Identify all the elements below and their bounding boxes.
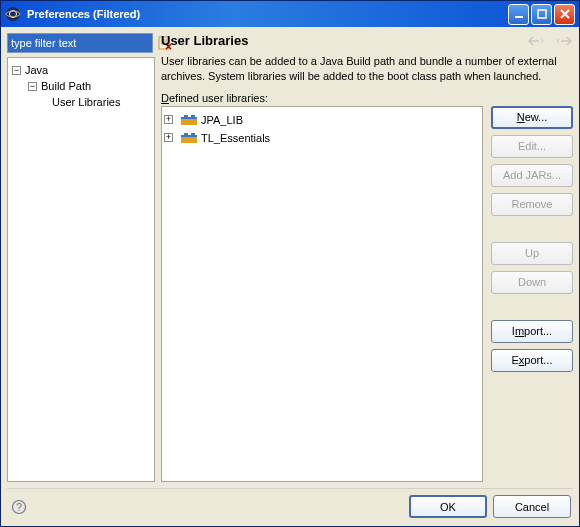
maximize-button[interactable] (531, 4, 552, 25)
footer: ? OK Cancel (7, 488, 573, 520)
user-libraries-list[interactable]: + JPA_LIB + TL_Essentials (161, 106, 483, 482)
remove-button: Remove (491, 193, 573, 216)
library-name: TL_Essentials (201, 132, 270, 144)
new-button[interactable]: New... (491, 106, 573, 129)
svg-rect-4 (538, 10, 546, 18)
svg-rect-3 (515, 16, 523, 18)
section-description: User libraries can be added to a Java Bu… (161, 54, 573, 84)
svg-point-0 (6, 7, 20, 21)
titlebar: Preferences (Filtered) (1, 1, 579, 27)
collapse-icon[interactable]: − (28, 82, 37, 91)
up-button: Up (491, 242, 573, 265)
ok-button[interactable]: OK (409, 495, 487, 518)
minimize-button[interactable] (508, 4, 529, 25)
svg-rect-7 (181, 117, 197, 119)
forward-button[interactable] (555, 35, 573, 47)
import-button[interactable]: Import... (491, 320, 573, 343)
window-title: Preferences (Filtered) (27, 8, 508, 20)
svg-rect-8 (184, 115, 188, 117)
preferences-dialog: Preferences (Filtered) − Java (0, 0, 580, 527)
list-item[interactable]: + TL_Essentials (164, 129, 480, 147)
section-title: User Libraries (161, 33, 248, 48)
tree-node-java[interactable]: − Java (10, 62, 152, 78)
edit-button: Edit... (491, 135, 573, 158)
tree-node-build-path[interactable]: − Build Path (10, 78, 152, 94)
back-button[interactable] (527, 35, 545, 47)
left-column: − Java − Build Path User Libraries (7, 33, 155, 482)
filter-input[interactable] (7, 33, 153, 53)
list-item[interactable]: + JPA_LIB (164, 111, 480, 129)
svg-rect-9 (191, 115, 195, 117)
library-icon (181, 114, 197, 126)
category-tree[interactable]: − Java − Build Path User Libraries (7, 57, 155, 482)
app-icon (5, 6, 21, 22)
right-column: User Libraries User libraries can be add… (161, 33, 573, 482)
svg-rect-13 (191, 133, 195, 135)
library-name: JPA_LIB (201, 114, 243, 126)
library-icon (181, 132, 197, 144)
export-button[interactable]: Export... (491, 349, 573, 372)
svg-text:?: ? (16, 500, 22, 512)
list-label: Defined user libraries: (161, 92, 573, 104)
svg-rect-11 (181, 135, 197, 137)
cancel-button[interactable]: Cancel (493, 495, 571, 518)
svg-rect-12 (184, 133, 188, 135)
collapse-icon[interactable]: − (12, 66, 21, 75)
expand-icon[interactable]: + (164, 115, 173, 124)
close-button[interactable] (554, 4, 575, 25)
down-button: Down (491, 271, 573, 294)
tree-node-user-libraries[interactable]: User Libraries (10, 94, 152, 110)
add-jars-button: Add JARs... (491, 164, 573, 187)
expand-icon[interactable]: + (164, 133, 173, 142)
help-button[interactable]: ? (9, 497, 29, 517)
